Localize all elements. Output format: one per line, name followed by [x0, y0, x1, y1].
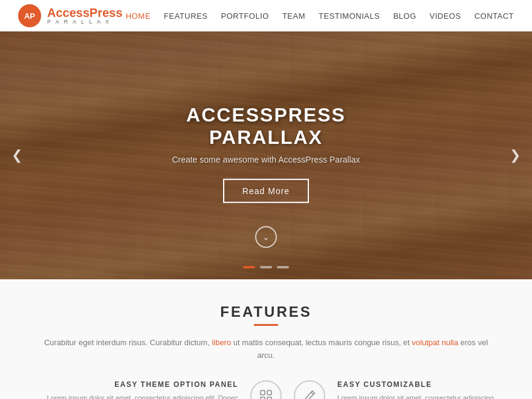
header: AP AccessPress P A R A L L A X HOME FEAT… — [0, 0, 532, 31]
nav-home[interactable]: HOME — [126, 11, 151, 21]
desc-link-libero[interactable]: libero — [212, 338, 231, 347]
svg-rect-0 — [261, 391, 265, 395]
features-description: Curabitur eget interdum risus. Curabitur… — [36, 337, 496, 362]
nav-videos[interactable]: VIDEOS — [430, 11, 461, 21]
svg-rect-1 — [267, 391, 271, 395]
feature-icons-center — [238, 380, 294, 399]
nav-testimonials[interactable]: TESTIMONIALS — [319, 11, 380, 21]
features-title-bar — [254, 324, 278, 326]
hero-section: ❮ ❯ ACCESSPRESS PARALLAX Create some awe… — [0, 31, 532, 279]
hero-content: ACCESSPRESS PARALLAX Create some awesome… — [133, 104, 399, 203]
svg-rect-2 — [261, 397, 265, 399]
icon-easy-customizable — [294, 380, 325, 399]
logo: AP AccessPress P A R A L L A X — [18, 4, 123, 27]
feature-title-easy-theme: EASY THEME OPTION PANEL — [36, 380, 238, 389]
chevron-down-icon: ⌄ — [262, 232, 270, 242]
scroll-down-button[interactable]: ⌄ — [255, 226, 277, 248]
hero-dots — [243, 266, 289, 268]
hero-subtitle: Create some awesome with AccessPress Par… — [133, 155, 399, 164]
svg-rect-3 — [267, 397, 271, 399]
logo-sub: P A R A L L A X — [47, 19, 123, 25]
feature-desc-easy-customizable: Lorem ipsum dolor sit amet, consectetur … — [337, 392, 496, 399]
nav-features[interactable]: FEATURES — [164, 11, 207, 21]
features-right-text: EASY CUSTOMIZABLE Lorem ipsum dolor sit … — [337, 380, 496, 399]
desc-link-volutpat[interactable]: volutpat nulla — [412, 338, 458, 347]
logo-icon: AP — [18, 4, 41, 27]
feature-title-easy-customizable: EASY CUSTOMIZABLE — [337, 380, 496, 389]
features-section: FEATURES Curabitur eget interdum risus. … — [0, 279, 532, 399]
feature-icons-right — [294, 380, 337, 399]
logo-name: AccessPress — [47, 6, 123, 19]
icon-easy-theme — [250, 380, 282, 399]
dot-1[interactable] — [243, 266, 255, 268]
feature-desc-easy-theme: Lorem ipsum dolor sit amet, consectetur … — [36, 392, 238, 399]
dot-2[interactable] — [260, 266, 272, 268]
hero-cta-button[interactable]: Read More — [223, 179, 309, 203]
nav-contact[interactable]: CONTACT — [475, 11, 514, 21]
features-left: EASY THEME OPTION PANEL Lorem ipsum dolo… — [36, 380, 238, 399]
features-grid: EASY THEME OPTION PANEL Lorem ipsum dolo… — [36, 380, 496, 399]
hero-prev-arrow[interactable]: ❮ — [6, 144, 28, 166]
hero-next-arrow[interactable]: ❯ — [504, 144, 526, 166]
nav-blog[interactable]: BLOG — [393, 11, 416, 21]
main-nav: HOME FEATURES PORTFOLIO TEAM TESTIMONIAL… — [126, 11, 514, 21]
feature-item-easy-theme: EASY THEME OPTION PANEL Lorem ipsum dolo… — [36, 380, 238, 399]
feature-text-easy-customizable: EASY CUSTOMIZABLE Lorem ipsum dolor sit … — [337, 380, 496, 399]
features-right-with-icons: EASY CUSTOMIZABLE Lorem ipsum dolor sit … — [294, 380, 496, 399]
hero-title: ACCESSPRESS PARALLAX — [133, 104, 399, 149]
feature-item-easy-customizable: EASY CUSTOMIZABLE Lorem ipsum dolor sit … — [337, 380, 496, 399]
features-title: FEATURES — [36, 303, 496, 320]
nav-portfolio[interactable]: PORTFOLIO — [221, 11, 269, 21]
logo-text: AccessPress P A R A L L A X — [47, 6, 123, 25]
nav-team[interactable]: TEAM — [282, 11, 305, 21]
dot-3[interactable] — [277, 266, 289, 268]
feature-text-easy-theme: EASY THEME OPTION PANEL Lorem ipsum dolo… — [36, 380, 238, 399]
